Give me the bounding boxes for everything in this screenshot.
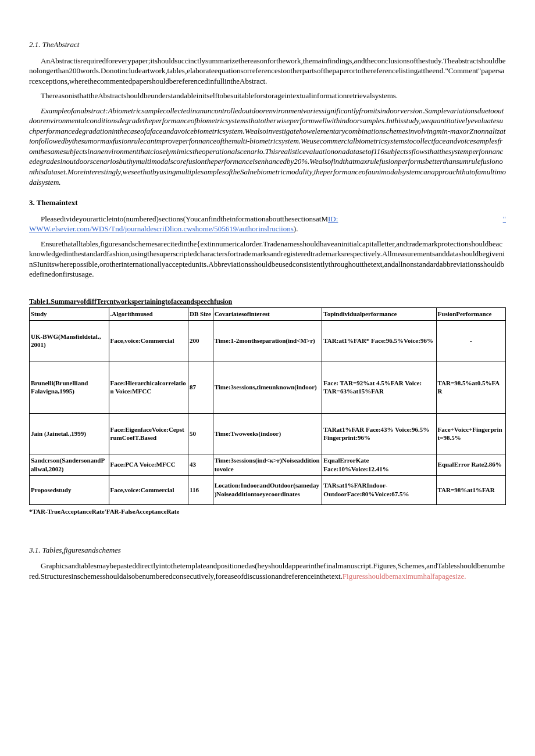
table-row: ProposedstudyFace,voice:Commercial116Loc…: [30, 475, 506, 504]
table-row: Brunelli(Brunelliand Falavigna,1995)Face…: [30, 361, 506, 413]
cell-algo: Face,voice:Commercial: [109, 475, 188, 504]
cell-db: 116: [188, 475, 213, 504]
th-algorithm: .Algorithmused: [109, 308, 188, 321]
table-1-caption: Table1.SummarvofdiffTercntworkspertainin…: [29, 297, 506, 306]
cell-cov: Time:Twoweeks(indoor): [213, 413, 322, 454]
th-covariates: Covariatesofinterest: [213, 308, 322, 321]
cell-fus: EqualError Rate2.86%: [436, 454, 505, 475]
cell-fus: Face+Voicc+Fingerprint=98.5%: [436, 413, 505, 454]
cell-fus: TAR=98.5%at0.5%FAR: [436, 361, 505, 413]
abstract-description: AnAbstractisrequiredforeverypaper;itshou…: [29, 56, 506, 87]
maintext-p2: Ensurethatalltables,figuresandschemesare…: [29, 239, 506, 280]
maintext-p1: Pleasedivideyourarticleinto(numbered)sec…: [29, 214, 506, 234]
section-3-1-heading: 3.1. Tables,figuresandschemes: [29, 545, 506, 556]
cell-top: TARsat1%FARIndoor-OutdoorFace:80%Voice:6…: [322, 475, 436, 504]
maintext-p1-text-a: Pleasedivideyourarticleinto(numbered)sec…: [41, 214, 328, 223]
table-row: UK-BWG(Mansfieldetal., 2001)Face,voice:C…: [30, 320, 506, 361]
section-2-1-heading: 2.1. TheAbstract: [29, 40, 506, 50]
table-1-footnote: *TAR-TrueAcceptanceRate'FAR-FalseAccepta…: [29, 507, 506, 516]
th-top-perf: Topindividualperformance: [322, 308, 436, 321]
cell-top: Face: TAR=92%at 4.5%FAR Voice: TAR=63%at…: [322, 361, 436, 413]
elsevier-link[interactable]: WWW.elsevier.com/WDS/Tnd/journaldescriDl…: [29, 224, 294, 233]
cell-fus: -: [436, 320, 505, 361]
cell-algo: Face:Hierarchicalcorrelation Voice:MFCC: [109, 361, 188, 413]
cell-fus: TAR=98%at1%FAR: [436, 475, 505, 504]
section-3-heading: 3. Themaintext: [29, 198, 506, 208]
tables-figures-p1: Graphicsandtablesmaybepasteddirectlyinto…: [29, 561, 506, 581]
cell-study: Proposedstudy: [30, 475, 109, 504]
abstract-reason: ThereasonisthattheAbstractshouldbeunders…: [29, 91, 506, 101]
cell-cov: Time:3sessions,timeunknown(indoor): [213, 361, 322, 413]
sections-link[interactable]: ID:: [328, 214, 338, 223]
cell-algo: Face:EigenfaceVoice:CepstrumCoefT.Based: [109, 413, 188, 454]
table-row: Sandcrson(SandersonandPaliwal,2002)Face:…: [30, 454, 506, 475]
cell-study: Brunelli(Brunelliand Falavigna,1995): [30, 361, 109, 413]
cell-top: EqualErrorKate Face:10%Voice:12.41%: [322, 454, 436, 475]
cell-algo: Face:PCA Voice:MFCC: [109, 454, 188, 475]
cell-top: TARat1%FAR Face:43% Voice:96.5% Fingerpr…: [322, 413, 436, 454]
cell-cov: Time:3sessions(ind<κ>r)Noiseadditiontovo…: [213, 454, 322, 475]
table-header-row: Study .Algorithmused DB Size Covariateso…: [30, 308, 506, 321]
cell-db: 50: [188, 413, 213, 454]
cell-study: Sandcrson(SandersonandPaliwal,2002): [30, 454, 109, 475]
cell-algo: Face,voice:Commercial: [109, 320, 188, 361]
table-1: Study .Algorithmused DB Size Covariateso…: [29, 307, 506, 505]
cell-db: 43: [188, 454, 213, 475]
cell-db: 200: [188, 320, 213, 361]
quote-mark: ": [491, 214, 506, 224]
maintext-p1-text-b: ).: [294, 224, 298, 233]
cell-db: 87: [188, 361, 213, 413]
cell-top: TAR:at1%FAR* Face:96.5%Voice:96%: [322, 320, 436, 361]
cell-cov: Location:IndoorandOutdoor(sameday)Noisea…: [213, 475, 322, 504]
cell-study: Jain (Jainetal.,1999): [30, 413, 109, 454]
abstract-example: Exampleofanabstract:Abiometricsamplecoll…: [29, 106, 506, 187]
figure-size-note: Figuresshouldbemaximumhalfapagesize.: [343, 572, 466, 581]
table-row: Jain (Jainetal.,1999)Face:EigenfaceVoice…: [30, 413, 506, 454]
th-study: Study: [30, 308, 109, 321]
th-db-size: DB Size: [188, 308, 213, 321]
cell-cov: Time:1-2monthseparation(ind<M>r): [213, 320, 322, 361]
cell-study: UK-BWG(Mansfieldetal., 2001): [30, 320, 109, 361]
th-fusion-perf: FusionPerformance: [436, 308, 505, 321]
